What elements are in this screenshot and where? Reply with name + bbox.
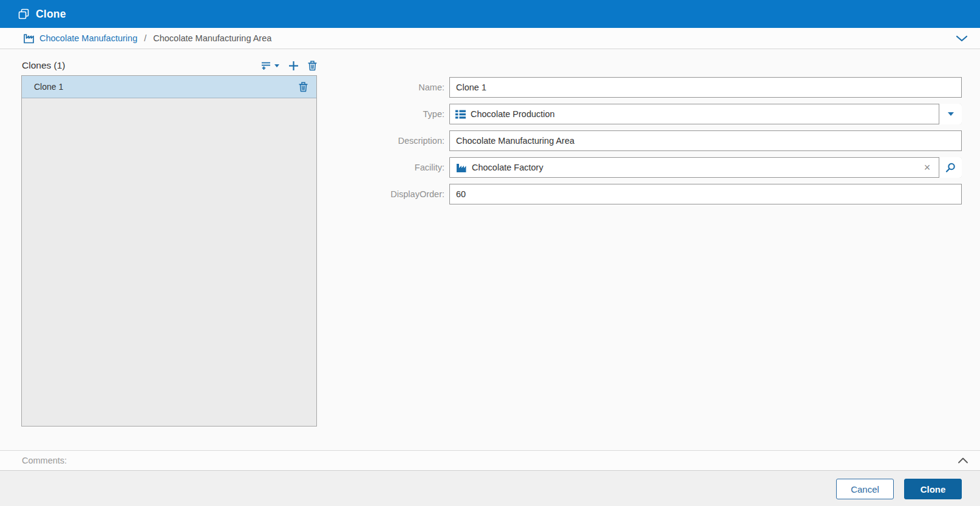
delete-clones-button[interactable] bbox=[308, 61, 317, 71]
displayorder-label: DisplayOrder: bbox=[0, 184, 444, 204]
type-label: Type: bbox=[0, 104, 444, 124]
sort-order-button[interactable] bbox=[261, 61, 279, 70]
search-icon bbox=[945, 163, 956, 173]
clones-toolbar bbox=[261, 61, 317, 71]
name-field[interactable] bbox=[449, 77, 962, 98]
chevron-down-icon[interactable] bbox=[955, 33, 968, 43]
type-combo[interactable]: Chocolate Production bbox=[449, 104, 962, 124]
factory-outline-icon bbox=[23, 33, 35, 44]
description-field[interactable] bbox=[449, 130, 962, 151]
breadcrumb-separator: / bbox=[142, 33, 148, 43]
title-bar: Clone bbox=[0, 0, 980, 28]
chevron-up-icon[interactable] bbox=[957, 456, 969, 465]
facility-value: Chocolate Factory bbox=[472, 163, 961, 172]
form-row-type: Type: Chocolate Production bbox=[0, 104, 962, 124]
caret-down-icon bbox=[274, 64, 279, 67]
comments-label: Comments: bbox=[22, 456, 67, 465]
name-label: Name: bbox=[0, 77, 444, 98]
breadcrumb: Chocolate Manufacturing / Chocolate Manu… bbox=[0, 28, 980, 49]
description-label: Description: bbox=[0, 130, 444, 151]
page-title: Clone bbox=[36, 8, 66, 21]
clones-panel-title: Clones (1) bbox=[22, 60, 66, 71]
clone-form: Name: Type: bbox=[0, 77, 962, 211]
form-row-displayorder: DisplayOrder: bbox=[0, 184, 962, 204]
sort-add-icon bbox=[261, 61, 271, 70]
comments-bar: Comments: bbox=[0, 450, 980, 470]
type-value: Chocolate Production bbox=[471, 109, 961, 119]
clones-panel-header: Clones (1) bbox=[22, 58, 317, 73]
cancel-button[interactable]: Cancel bbox=[836, 479, 894, 499]
displayorder-field[interactable] bbox=[449, 184, 962, 204]
x-clear-icon[interactable]: × bbox=[920, 157, 934, 178]
clone-icon bbox=[18, 8, 29, 19]
plus-icon bbox=[288, 61, 299, 71]
caret-down-icon bbox=[948, 112, 954, 116]
type-dropdown-button[interactable] bbox=[939, 104, 962, 124]
list-type-icon bbox=[455, 110, 466, 119]
form-row-description: Description: bbox=[0, 130, 962, 151]
footer-bar: Cancel Clone bbox=[0, 470, 980, 506]
breadcrumb-link-parent[interactable]: Chocolate Manufacturing bbox=[39, 33, 137, 43]
factory-solid-icon bbox=[455, 163, 467, 173]
form-row-name: Name: bbox=[0, 77, 962, 98]
clone-dialog: Clone Chocolate Manufacturing / Chocolat… bbox=[0, 0, 980, 506]
form-row-facility: Facility: Chocolate Factory × bbox=[0, 157, 962, 178]
facility-label: Facility: bbox=[0, 157, 444, 178]
facility-search-button[interactable] bbox=[939, 157, 962, 178]
trash-icon bbox=[308, 61, 317, 71]
add-clone-button[interactable] bbox=[288, 61, 299, 71]
clone-button[interactable]: Clone bbox=[904, 479, 962, 499]
breadcrumb-current: Chocolate Manufacturing Area bbox=[153, 33, 271, 43]
facility-lookup[interactable]: Chocolate Factory bbox=[449, 157, 962, 178]
